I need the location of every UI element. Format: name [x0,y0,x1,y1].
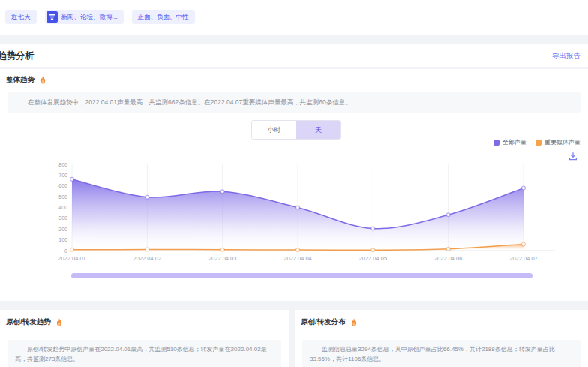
legend-item-media-volume[interactable]: 重要媒体声量 [536,138,580,146]
filter-pills: 近七天 新闻、论坛、微博... 正面、负面、中性 [5,10,195,24]
chart-zoom-scrollbar[interactable] [71,273,532,278]
legend-swatch-media [536,140,542,146]
overall-trend-card: 整体趋势 在整体发展趋势中，2022.04.01声量最高，共监测662条信息。在… [0,69,588,301]
y-tick-label: 500 [58,194,68,200]
data-point-marker [296,248,300,252]
original-forward-trend-title-row: 原创/转发趋势 [6,317,64,327]
y-tick-label: 200 [58,227,68,232]
data-point-marker [146,195,149,199]
legend-swatch-total [494,140,500,146]
data-point-marker [220,248,224,251]
hot-flame-icon [350,318,358,327]
data-point-marker [70,248,74,251]
filter-sources-label: 新闻、论坛、微博... [62,13,118,22]
y-tick-label: 600 [58,183,68,188]
header-bar: 趋势分析 导出报告 [0,44,588,67]
hot-flame-icon [55,318,64,327]
x-axis-label: 2022.04.01 [58,255,86,262]
original-forward-trend-title: 原创/转发趋势 [6,317,51,327]
toggle-day-button[interactable]: 天 [296,121,340,139]
toggle-hour-button[interactable]: 小时 [252,121,296,139]
data-point-marker [522,186,526,190]
original-forward-distribution-card: 原创/转发分布 监测信息总量3294条信息，其中原创声量占比66.45%，共计2… [295,310,588,367]
export-report-link[interactable]: 导出报告 [552,51,580,61]
overall-trend-title-row: 整体趋势 [6,75,47,85]
data-point-marker [296,206,300,209]
filter-time-range-label: 近七天 [11,13,31,22]
data-point-marker [446,247,450,251]
granularity-toggle: 小时 天 [251,120,341,140]
trend-area-chart[interactable]: 01002003004005006007008002022.04.012022.… [0,146,588,270]
legend-label-total: 全部声量 [502,138,526,146]
y-tick-label: 100 [58,237,68,242]
y-tick-label: 800 [58,162,68,167]
y-tick-label: 400 [58,205,68,210]
y-tick-label: 700 [58,173,68,178]
legend-label-media: 重要媒体声量 [544,138,580,146]
chart-legend: 全部声量 重要媒体声量 [494,138,580,146]
data-point-marker [220,190,224,194]
x-axis-label: 2022.04.06 [434,255,463,262]
overall-trend-title: 整体趋势 [6,75,34,85]
y-tick-label: 0 [64,248,68,254]
original-forward-distribution-summary: 监测信息总量3294条信息，其中原创声量占比66.45%，共计2188条信息；转… [302,340,580,367]
page-title: 趋势分析 [0,50,34,62]
x-axis-label: 2022.04.04 [284,255,312,262]
data-point-marker [446,213,450,217]
y-tick-label: 300 [58,215,68,221]
filter-time-range[interactable]: 近七天 [5,10,37,24]
original-forward-distribution-title-row: 原创/转发分布 [301,317,358,327]
x-axis-label: 2022.04.03 [208,255,237,262]
filters-bar: 近七天 新闻、论坛、微博... 正面、负面、中性 [0,0,588,35]
x-axis-label: 2022.04.05 [359,255,388,262]
data-point-marker [146,248,149,251]
original-forward-trend-summary: 原创/转发趋势中原创声量在2022.04.01最高，共监测510条信息；转发声量… [8,340,281,367]
legend-item-total-volume[interactable]: 全部声量 [494,138,526,146]
bottom-row: 原创/转发趋势 原创/转发趋势中原创声量在2022.04.01最高，共监测510… [0,310,588,367]
x-axis-label: 2022.04.02 [134,255,162,262]
trend-analysis-page: 近七天 新闻、论坛、微博... 正面、负面、中性 趋势分析 导出报告 [0,0,588,367]
filter-sentiment[interactable]: 正面、负面、中性 [132,10,195,24]
overall-summary: 在整体发展趋势中，2022.04.01声量最高，共监测662条信息。在2022.… [8,92,580,113]
filter-sentiment-label: 正面、负面、中性 [138,13,189,22]
original-forward-trend-card: 原创/转发趋势 原创/转发趋势中原创声量在2022.04.01最高，共监测510… [0,310,289,367]
data-point-marker [522,242,526,246]
media-source-icon [46,11,58,23]
data-point-marker [371,227,375,230]
hot-flame-icon [38,76,47,85]
x-axis-label: 2022.04.07 [509,255,538,262]
filter-sources[interactable]: 新闻、论坛、微博... [45,10,124,24]
original-forward-distribution-title: 原创/转发分布 [301,317,346,327]
data-point-marker [70,177,74,181]
data-point-marker [371,248,375,252]
